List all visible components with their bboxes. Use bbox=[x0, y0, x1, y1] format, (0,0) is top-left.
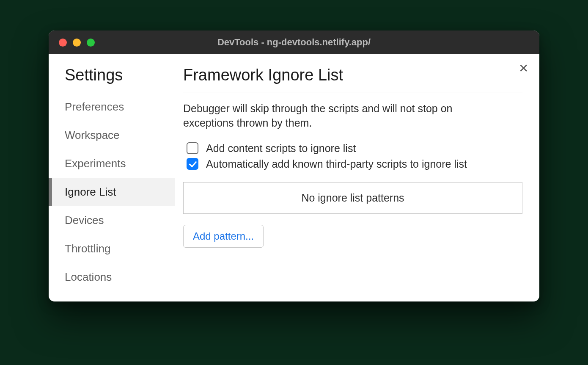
sidebar-item-workspace[interactable]: Workspace bbox=[49, 121, 175, 149]
checkbox-label: Add content scripts to ignore list bbox=[206, 142, 356, 155]
sidebar-item-throttling[interactable]: Throttling bbox=[49, 235, 175, 263]
page-description: Debugger will skip through the scripts a… bbox=[183, 102, 505, 130]
sidebar-item-preferences[interactable]: Preferences bbox=[49, 93, 175, 121]
sidebar-item-ignore-list[interactable]: Ignore List bbox=[49, 178, 175, 206]
checkbox-row-third-party[interactable]: Automatically add known third-party scri… bbox=[183, 158, 522, 170]
checkbox-content-scripts[interactable] bbox=[187, 142, 198, 154]
add-pattern-button[interactable]: Add pattern... bbox=[183, 225, 264, 248]
devtools-settings-window: DevTools - ng-devtools.netlify.app/ ✕ Se… bbox=[49, 30, 539, 301]
sidebar-item-locations[interactable]: Locations bbox=[49, 263, 175, 291]
window-title: DevTools - ng-devtools.netlify.app/ bbox=[49, 37, 539, 48]
sidebar-item-devices[interactable]: Devices bbox=[49, 206, 175, 235]
checkbox-third-party[interactable] bbox=[187, 158, 198, 170]
sidebar-item-experiments[interactable]: Experiments bbox=[49, 149, 175, 178]
patterns-empty-text: No ignore list patterns bbox=[301, 192, 404, 204]
settings-main-panel: Framework Ignore List Debugger will skip… bbox=[175, 54, 539, 301]
window-zoom-button[interactable] bbox=[87, 39, 95, 47]
settings-sidebar: Settings Preferences Workspace Experimen… bbox=[49, 54, 175, 301]
window-traffic-lights bbox=[49, 39, 95, 47]
close-icon[interactable]: ✕ bbox=[517, 62, 530, 75]
ignore-list-patterns-box: No ignore list patterns bbox=[183, 182, 522, 214]
page-title: Framework Ignore List bbox=[183, 66, 522, 92]
window-close-button[interactable] bbox=[59, 39, 67, 47]
checkbox-row-content-scripts[interactable]: Add content scripts to ignore list bbox=[183, 142, 522, 155]
settings-body: ✕ Settings Preferences Workspace Experim… bbox=[49, 54, 539, 301]
sidebar-title: Settings bbox=[49, 66, 175, 93]
checkbox-label: Automatically add known third-party scri… bbox=[206, 158, 467, 170]
window-titlebar: DevTools - ng-devtools.netlify.app/ bbox=[49, 30, 539, 54]
window-minimize-button[interactable] bbox=[73, 39, 81, 47]
